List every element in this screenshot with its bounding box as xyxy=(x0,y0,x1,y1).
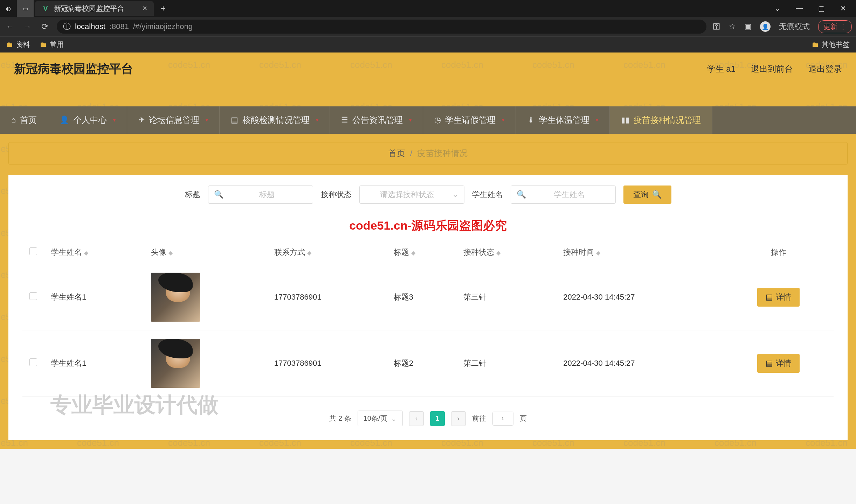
chevron-down-icon: ⌄ xyxy=(391,414,397,423)
nav-leave[interactable]: ◷ 学生请假管理 ▾ xyxy=(423,106,516,134)
incognito-icon: 👤 xyxy=(760,21,771,32)
search-status-select[interactable]: 请选择接种状态 ⌄ xyxy=(359,186,464,204)
browser-tab[interactable]: V 新冠病毒校园监控平台 ✕ xyxy=(35,1,154,16)
prev-page-button[interactable]: ‹ xyxy=(409,411,424,426)
url-input[interactable]: ⓘ localhost:8081/#/yimiaojiezhong xyxy=(57,20,706,34)
avatar xyxy=(151,339,200,388)
avatar xyxy=(151,273,200,322)
close-tab-icon[interactable]: ✕ xyxy=(142,5,147,12)
cell-name: 学生姓名1 xyxy=(44,264,144,330)
chevron-down-icon: ▾ xyxy=(409,117,412,123)
main-nav: ⌂ 首页 👤 个人中心 ▾ ✈ 论坛信息管理 ▾ ▤ 核酸检测情况管理 ▾ ☰ … xyxy=(0,106,856,134)
search-icon: 🔍 xyxy=(517,190,526,199)
search-title-input[interactable]: 🔍 标题 xyxy=(208,186,313,204)
search-title-label: 标题 xyxy=(185,189,200,200)
breadcrumb-current: 疫苗接种情况 xyxy=(417,148,468,159)
cell-name: 学生姓名1 xyxy=(44,330,144,397)
cell-phone: 17703786901 xyxy=(267,330,387,397)
detail-button[interactable]: ▤ 详情 xyxy=(757,288,800,307)
chevron-down-icon: ▾ xyxy=(502,117,504,123)
app-root: code51.cncode51.cncode51.cncode51.cncode… xyxy=(0,52,856,449)
nav-personal[interactable]: 👤 个人中心 ▾ xyxy=(48,106,127,134)
incognito-label: 无痕模式 xyxy=(779,21,810,32)
nav-announce[interactable]: ☰ 公告资讯管理 ▾ xyxy=(330,106,423,134)
nav-temperature[interactable]: 🌡 学生体温管理 ▾ xyxy=(516,106,610,134)
col-name[interactable]: 学生姓名◆ xyxy=(44,241,144,264)
cell-status: 第三针 xyxy=(456,264,556,330)
doc-icon: ▤ xyxy=(766,359,773,368)
list-icon: ☰ xyxy=(341,115,348,125)
page-size-select[interactable]: 10条/页 ⌄ xyxy=(358,411,403,426)
col-avatar[interactable]: 头像◆ xyxy=(144,241,267,264)
search-name-input[interactable]: 🔍 学生姓名 xyxy=(511,186,616,204)
detail-button[interactable]: ▤ 详情 xyxy=(757,354,800,373)
browser-chrome: ◐ ▭ V 新冠病毒校园监控平台 ✕ + ⌄ — ▢ ✕ ← → ⟳ ⓘ loc… xyxy=(0,0,856,52)
row-checkbox[interactable] xyxy=(29,358,37,366)
next-page-button[interactable]: › xyxy=(451,411,466,426)
col-action: 操作 xyxy=(723,241,834,264)
query-button[interactable]: 查询 🔍 xyxy=(623,186,671,204)
sort-icon: ◆ xyxy=(84,250,88,256)
goto-page-input[interactable] xyxy=(492,412,513,426)
logout-link[interactable]: 退出登录 xyxy=(808,63,842,75)
cell-time: 2022-04-30 14:45:27 xyxy=(556,330,723,397)
exit-front-link[interactable]: 退出到前台 xyxy=(751,63,793,75)
vue-favicon-icon: V xyxy=(41,4,50,13)
close-window-icon[interactable]: ✕ xyxy=(840,4,846,13)
system-tab-2[interactable]: ▭ xyxy=(17,0,34,17)
header-user: 学生 a1 xyxy=(707,63,736,75)
tab-strip: ◐ ▭ V 新冠病毒校园监控平台 ✕ + ⌄ — ▢ ✕ xyxy=(0,0,856,17)
tab-title: 新冠病毒校园监控平台 xyxy=(54,4,124,13)
nav-forum[interactable]: ✈ 论坛信息管理 ▾ xyxy=(127,106,220,134)
bookmark-folder-1[interactable]: 🖿 资料 xyxy=(6,40,30,49)
info-icon: ⓘ xyxy=(63,21,71,32)
table-row: 学生姓名117703786901标题3第三针2022-04-30 14:45:2… xyxy=(22,264,834,330)
col-title[interactable]: 标题◆ xyxy=(387,241,456,264)
cell-action: ▤ 详情 xyxy=(723,330,834,397)
bookmark-folder-2[interactable]: 🖿 常用 xyxy=(40,40,64,49)
chevron-down-icon: ⌄ xyxy=(452,190,458,199)
breadcrumb-home[interactable]: 首页 xyxy=(388,148,405,159)
cell-title: 标题3 xyxy=(387,264,456,330)
nav-nucleic[interactable]: ▤ 核酸检测情况管理 ▾ xyxy=(220,106,330,134)
chevron-down-icon: ▾ xyxy=(316,117,318,123)
chevron-down-icon: ▾ xyxy=(206,117,208,123)
app-header: 新冠病毒校园监控平台 学生 a1 退出到前台 退出登录 xyxy=(0,52,856,85)
row-checkbox[interactable] xyxy=(29,292,37,300)
star-icon[interactable]: ☆ xyxy=(729,22,736,31)
maximize-icon[interactable]: ▢ xyxy=(818,4,825,13)
new-tab-button[interactable]: + xyxy=(161,4,166,13)
forward-button[interactable]: → xyxy=(22,22,33,31)
cell-avatar xyxy=(144,330,267,397)
sort-icon: ◆ xyxy=(496,250,501,256)
system-tab-1[interactable]: ◐ xyxy=(0,0,17,17)
panel-icon[interactable]: ▣ xyxy=(744,22,752,31)
other-bookmarks[interactable]: 🖿 其他书签 xyxy=(812,40,850,49)
chevron-down-icon[interactable]: ⌄ xyxy=(774,4,780,13)
page-number-current[interactable]: 1 xyxy=(430,411,445,426)
nav-home[interactable]: ⌂ 首页 xyxy=(0,106,48,134)
table-row: 学生姓名117703786901标题2第二针2022-04-30 14:45:2… xyxy=(22,330,834,397)
col-status[interactable]: 接种状态◆ xyxy=(456,241,556,264)
back-button[interactable]: ← xyxy=(4,22,15,31)
bookmark-label: 资料 xyxy=(16,40,30,49)
search-row: 标题 🔍 标题 接种状态 请选择接种状态 ⌄ 学生姓名 🔍 学生姓名 查询 � xyxy=(22,186,834,204)
page-body: 首页 / 疫苗接种情况 标题 🔍 标题 接种状态 请选择接种状态 ⌄ 学生姓名 … xyxy=(0,134,856,449)
nav-vaccine[interactable]: ▮▮ 疫苗接种情况管理 xyxy=(610,106,712,134)
address-bar: ← → ⟳ ⓘ localhost:8081/#/yimiaojiezhong … xyxy=(0,17,856,36)
sort-icon: ◆ xyxy=(307,250,311,256)
cell-action: ▤ 详情 xyxy=(723,264,834,330)
pagination: 共 2 条 10条/页 ⌄ ‹ 1 › 前往 页 xyxy=(22,411,834,426)
col-time[interactable]: 接种时间◆ xyxy=(556,241,723,264)
watermark-red: code51.cn-源码乐园盗图必究 xyxy=(22,218,834,234)
update-button[interactable]: 更新⋮ xyxy=(818,20,852,33)
minimize-icon[interactable]: — xyxy=(796,4,803,13)
col-phone[interactable]: 联系方式◆ xyxy=(267,241,387,264)
reload-button[interactable]: ⟳ xyxy=(39,22,50,31)
content-area: 标题 🔍 标题 接种状态 请选择接种状态 ⌄ 学生姓名 🔍 学生姓名 查询 � xyxy=(8,175,848,440)
user-icon: 👤 xyxy=(60,115,69,125)
select-all-checkbox[interactable] xyxy=(29,247,37,255)
sort-icon: ◆ xyxy=(596,250,600,256)
folder-icon: 🖿 xyxy=(812,41,819,49)
key-icon[interactable]: ⚿ xyxy=(713,22,720,31)
